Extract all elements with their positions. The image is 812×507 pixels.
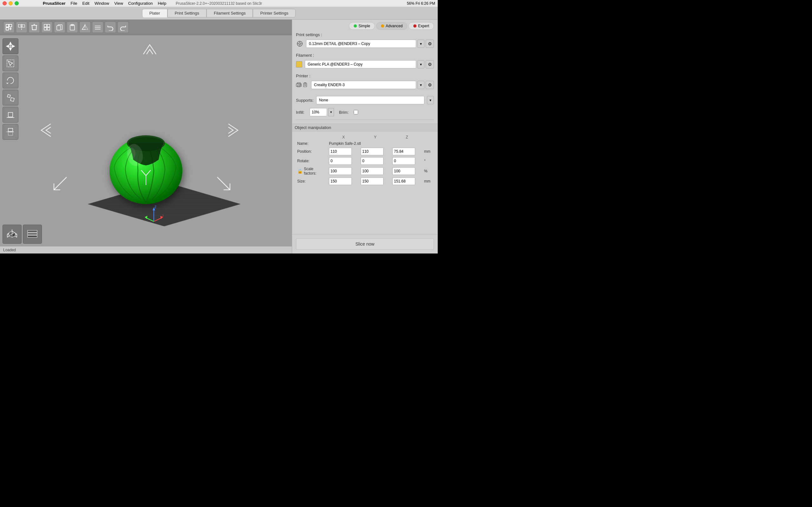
redo-button[interactable] [117,21,129,33]
configuration-menu[interactable]: Configuration [128,1,153,6]
z-col-header: Z [391,134,423,140]
position-z-cell [391,147,423,156]
tab-bar: Plater Print Settings Filament Settings … [0,7,438,20]
brim-checkbox[interactable] [354,110,358,114]
add-object-button[interactable] [3,21,14,33]
tab-printer-settings[interactable]: Printer Settings [253,9,296,17]
bottom-view-buttons [3,225,42,244]
filament-settings-input[interactable] [305,60,416,68]
select-tool[interactable] [3,55,18,71]
file-menu[interactable]: File [71,1,78,6]
name-value: Pumpkin Safe-2.stl [328,140,423,147]
scale-x-input[interactable] [329,167,352,175]
split-object-button[interactable] [16,21,27,33]
window-menu[interactable]: Window [95,1,109,6]
scale-tool[interactable] [3,90,18,106]
print-settings-gear[interactable]: ⚙ [426,40,434,48]
svg-point-46 [128,148,136,159]
viewport-3d[interactable]: Z X [0,35,292,246]
size-x-input[interactable] [329,177,352,185]
3d-view-button[interactable] [3,225,21,244]
printer-settings-input-group: ▼ ⚙ [311,81,434,89]
brim-label: Brim: [339,110,349,115]
tab-plater[interactable]: Plater [142,9,167,17]
print-settings-dropdown[interactable]: ▼ [417,40,424,48]
printer-settings-section: Printer : [292,73,438,94]
layers-view-button[interactable] [23,225,42,244]
simple-mode-button[interactable]: Simple [349,22,375,30]
svg-rect-66 [28,235,37,237]
mirror-button[interactable] [79,21,91,33]
status-bar: Loaded [0,246,292,253]
3d-model[interactable] [101,109,190,211]
title-bar: PrusaSlicer File Edit Window View Config… [0,0,438,7]
filament-settings-dropdown[interactable]: ▼ [417,60,424,68]
rotate-label: Rotate: [296,156,328,166]
infill-input[interactable] [310,108,327,116]
expert-mode-button[interactable]: Expert [409,22,434,30]
lock-icon[interactable]: 🔒 [297,169,303,174]
view-menu[interactable]: View [114,1,123,6]
maximize-button[interactable] [14,1,19,5]
nav-left-arrow[interactable] [38,121,54,141]
close-button[interactable] [3,1,7,5]
scale-row: 🔒 Scale factors: [296,166,434,176]
rotate-tool[interactable] [3,72,18,89]
paste-button[interactable] [67,21,78,33]
svg-rect-5 [18,25,21,27]
printer-settings-row: Printer : [296,73,434,78]
nav-right-arrow[interactable] [225,121,241,141]
size-z-input[interactable] [392,177,415,185]
advanced-mode-button[interactable]: Advanced [376,22,407,30]
svg-rect-6 [22,25,25,27]
right-panel: Simple Advanced Expert Print settings : [292,20,438,253]
arrange-button[interactable] [41,21,53,33]
printer-settings-dropdown[interactable]: ▼ [417,81,424,89]
filament-settings-gear[interactable]: ⚙ [426,60,434,68]
supports-dropdown[interactable]: ▼ [427,96,434,104]
move-tool[interactable] [3,38,18,54]
copy-button[interactable] [54,21,65,33]
minimize-button[interactable] [9,1,13,5]
traffic-lights[interactable] [3,1,19,5]
edit-menu[interactable]: Edit [83,1,90,6]
help-menu[interactable]: Help [158,1,166,6]
nav-up-arrow[interactable] [140,42,159,58]
supports-input[interactable] [316,96,424,104]
size-y-input[interactable] [361,177,384,185]
rotate-y-input[interactable] [361,157,384,165]
svg-rect-0 [6,24,9,27]
tab-print-settings[interactable]: Print Settings [167,9,206,17]
scale-z-input[interactable] [392,167,415,175]
rotate-z-input[interactable] [392,157,415,165]
scale-y-input[interactable] [361,167,384,175]
rotate-x-input[interactable] [329,157,352,165]
svg-rect-12 [47,27,50,30]
app-name[interactable]: PrusaSlicer [43,1,66,6]
printer-settings-input[interactable] [311,81,416,89]
position-x-input[interactable] [329,148,352,155]
undo-button[interactable] [105,21,116,33]
position-z-input[interactable] [392,148,415,155]
layers-button[interactable] [92,21,103,33]
print-settings-section: Print settings : [292,32,438,53]
slice-button[interactable]: Slice now [296,238,434,250]
scale-x-cell [328,166,359,176]
print-settings-input[interactable] [306,40,416,48]
print-settings-label: Print settings : [296,32,322,37]
tab-filament-settings[interactable]: Filament Settings [206,9,253,17]
printer-icon-group [296,82,307,88]
printer-settings-gear[interactable]: ⚙ [426,81,434,89]
status-text: Loaded [3,248,16,252]
position-y-input[interactable] [361,148,384,155]
delete-object-button[interactable] [29,21,40,33]
filament-color-swatch[interactable] [296,61,302,67]
infill-dropdown[interactable]: ▼ [328,108,334,116]
nav-bl-arrow[interactable] [51,174,70,194]
flatten-tool[interactable] [3,107,18,123]
svg-point-76 [300,84,301,85]
infill-group: ▼ [310,108,334,116]
y-col-header: Y [359,134,391,140]
name-label: Name: [296,140,328,147]
cut-tool[interactable] [3,124,18,140]
